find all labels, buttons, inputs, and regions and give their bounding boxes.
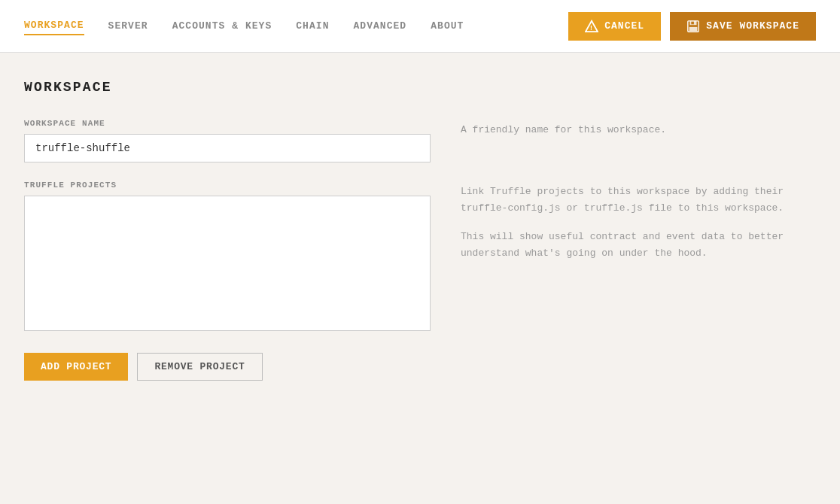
cancel-label: CANCEL — [604, 20, 644, 32]
main-content: WORKSPACE WORKSPACE NAME A friendly name… — [0, 53, 840, 408]
truffle-projects-right: Link Truffle projects to this workspace … — [461, 181, 816, 274]
nav-workspace[interactable]: WORKSPACE — [24, 17, 84, 35]
workspace-name-input[interactable] — [24, 134, 431, 162]
workspace-name-hint: A friendly name for this workspace. — [461, 122, 816, 138]
nav-about[interactable]: ABOUT — [431, 17, 464, 35]
nav-server[interactable]: SERVER — [108, 17, 148, 35]
truffle-projects-label: TRUFFLE PROJECTS — [24, 181, 431, 190]
workspace-name-left: WORKSPACE NAME — [24, 119, 431, 162]
truffle-projects-section: TRUFFLE PROJECTS Link Truffle projects t… — [24, 181, 816, 335]
nav-advanced[interactable]: ADVANCED — [353, 17, 406, 35]
truffle-projects-hint1: Link Truffle projects to this workspace … — [461, 184, 816, 217]
truffle-projects-textarea[interactable] — [24, 196, 431, 331]
workspace-name-right: A friendly name for this workspace. — [461, 119, 816, 150]
project-action-buttons: ADD PROJECT REMOVE PROJECT — [24, 353, 816, 381]
truffle-projects-left: TRUFFLE PROJECTS — [24, 181, 431, 335]
save-workspace-label: SAVE WORKSPACE — [706, 20, 799, 32]
cancel-button[interactable]: ! CANCEL — [568, 12, 661, 41]
save-workspace-button[interactable]: SAVE WORKSPACE — [670, 12, 816, 41]
svg-rect-5 — [692, 21, 695, 24]
svg-text:!: ! — [589, 25, 594, 32]
nav-chain[interactable]: CHAIN — [296, 17, 329, 35]
svg-rect-4 — [689, 26, 698, 30]
nav-links: WORKSPACE SERVER ACCOUNTS & KEYS CHAIN A… — [24, 17, 464, 35]
truffle-projects-hint2: This will show useful contract and event… — [461, 229, 816, 262]
add-project-button[interactable]: ADD PROJECT — [24, 353, 128, 381]
workspace-name-label: WORKSPACE NAME — [24, 119, 431, 128]
navbar: WORKSPACE SERVER ACCOUNTS & KEYS CHAIN A… — [0, 0, 840, 53]
nav-accounts-keys[interactable]: ACCOUNTS & KEYS — [172, 17, 272, 35]
workspace-name-section: WORKSPACE NAME A friendly name for this … — [24, 119, 816, 162]
remove-project-button[interactable]: REMOVE PROJECT — [137, 353, 262, 381]
warning-icon: ! — [585, 20, 598, 33]
save-icon — [686, 20, 700, 33]
nav-actions: ! CANCEL SAVE WORKSPACE — [568, 12, 816, 41]
page-title: WORKSPACE — [24, 80, 816, 95]
